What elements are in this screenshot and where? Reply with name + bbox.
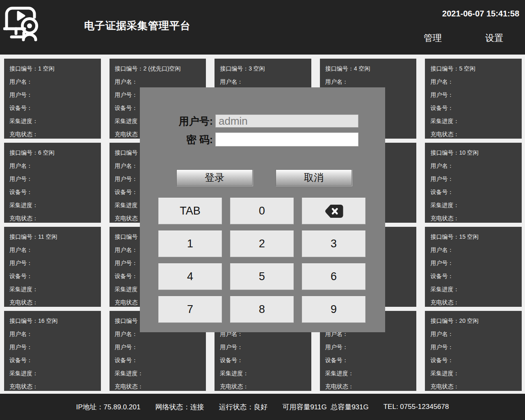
port-field-label: 用户号： bbox=[9, 340, 97, 354]
footer-tel: TEL: 0755-12345678 bbox=[383, 403, 449, 411]
key-7[interactable]: 7 bbox=[158, 296, 222, 323]
port-card: 接口编号：15 空闲 用户名：用户号：设备号：采集进度：充电状态： bbox=[425, 227, 522, 307]
key-label: TAB bbox=[180, 205, 201, 217]
key-label: 1 bbox=[187, 237, 193, 250]
key-backspace[interactable] bbox=[302, 198, 365, 224]
port-card: 接口编号：1 空闲 用户名：用户号：设备号：采集进度：充电状态： bbox=[4, 59, 101, 139]
port-field-label: 设备号： bbox=[9, 269, 97, 283]
port-field-label: 用户名： bbox=[115, 75, 202, 88]
port-title: 接口编号：5 空闲 bbox=[430, 62, 518, 75]
port-title: 接口编号：3 空闲 bbox=[220, 62, 307, 75]
port-field-label: 充电状态： bbox=[430, 212, 518, 223]
port-card: 接口编号：10 空闲 用户名：用户号：设备号：采集进度：充电状态： bbox=[425, 143, 522, 223]
footer-statusbar: IP地址：75.89.0.201 网络状态：连接 运行状态：良好 可用容量911… bbox=[0, 394, 525, 420]
port-field-label: 用户号： bbox=[9, 172, 97, 185]
port-card: 接口编号：20 空闲 用户名：用户号：设备号：采集进度：充电状态： bbox=[425, 311, 522, 391]
port-title: 接口编号：4 空闲 bbox=[325, 62, 413, 75]
port-field-label: 用户名： bbox=[325, 75, 413, 88]
footer-capacity: 可用容量911G 总容量931G bbox=[282, 402, 368, 412]
port-field-label: 设备号： bbox=[220, 354, 307, 367]
port-field-label: 设备号： bbox=[430, 354, 518, 367]
port-field-label: 充电状态： bbox=[220, 380, 307, 391]
key-2[interactable]: 2 bbox=[230, 231, 294, 257]
port-field-label: 充电状态： bbox=[9, 296, 97, 307]
port-card: 接口编号：5 空闲 用户名：用户号：设备号：采集进度：充电状态： bbox=[425, 59, 522, 139]
port-field-label: 设备号： bbox=[9, 101, 97, 114]
header: 电子证据采集管理平台 2021-06-07 15:41:58 管理 设置 bbox=[0, 0, 525, 55]
key-3[interactable]: 3 bbox=[302, 231, 365, 257]
port-card: 接口编号：16 空闲 用户名：用户号：设备号：采集进度：充电状态： bbox=[4, 311, 101, 391]
port-field-label: 充电状态： bbox=[430, 128, 518, 139]
port-title: 接口编号：1 空闲 bbox=[9, 62, 97, 75]
username-input[interactable] bbox=[215, 114, 358, 128]
backspace-icon bbox=[324, 204, 343, 219]
port-field-label: 用户号： bbox=[115, 340, 202, 354]
key-label: 0 bbox=[259, 205, 265, 217]
nav-settings[interactable]: 设置 bbox=[485, 32, 503, 44]
username-label: 用户号: bbox=[140, 114, 213, 128]
port-field-label: 采集进度： bbox=[430, 283, 518, 296]
port-title: 接口编号：11 空闲 bbox=[9, 230, 97, 243]
port-title: 接口编号：15 空闲 bbox=[430, 230, 518, 243]
port-field-label: 设备号： bbox=[9, 354, 97, 367]
port-field-label: 充电状态： bbox=[115, 380, 202, 391]
header-nav: 管理 设置 bbox=[424, 32, 503, 44]
port-field-label: 用户名： bbox=[430, 159, 518, 172]
port-field-label: 充电状态： bbox=[325, 380, 413, 391]
password-input[interactable] bbox=[215, 132, 358, 146]
port-field-label: 采集进度： bbox=[325, 367, 413, 380]
key-label: 7 bbox=[187, 303, 193, 316]
port-title: 接口编号：2 (优先口)空闲 bbox=[115, 62, 202, 75]
password-label: 密 码: bbox=[140, 132, 213, 146]
nav-manage[interactable]: 管理 bbox=[424, 32, 442, 44]
port-field-label: 设备号： bbox=[430, 101, 518, 114]
port-field-label: 充电状态： bbox=[9, 128, 97, 139]
port-field-label: 用户号： bbox=[430, 88, 518, 101]
port-title: 接口编号：6 空闲 bbox=[9, 146, 97, 159]
port-field-label: 用户名： bbox=[9, 159, 97, 172]
port-title: 接口编号：16 空闲 bbox=[9, 314, 97, 327]
port-field-label: 用户号： bbox=[430, 172, 518, 185]
key-1[interactable]: 1 bbox=[158, 231, 222, 257]
footer-running-status: 运行状态：良好 bbox=[219, 402, 267, 412]
port-title: 接口编号：20 空闲 bbox=[430, 314, 518, 327]
key-0[interactable]: 0 bbox=[230, 198, 294, 224]
footer-network-status: 网络状态：连接 bbox=[155, 402, 204, 412]
login-button[interactable]: 登录 bbox=[176, 169, 253, 186]
key-label: 3 bbox=[331, 237, 337, 250]
key-label: 5 bbox=[259, 270, 265, 283]
port-field-label: 采集进度： bbox=[220, 367, 307, 380]
key-label: 4 bbox=[187, 270, 193, 283]
port-field-label: 用户名： bbox=[430, 243, 518, 256]
port-field-label: 用户号： bbox=[325, 340, 413, 354]
key-tab[interactable]: TAB bbox=[158, 198, 222, 224]
key-label: 8 bbox=[259, 303, 265, 316]
footer-ip: IP地址：75.89.0.201 bbox=[76, 402, 141, 412]
port-field-label: 采集进度： bbox=[115, 367, 202, 380]
key-4[interactable]: 4 bbox=[158, 263, 222, 290]
port-field-label: 用户名： bbox=[220, 75, 307, 88]
port-field-label: 用户名： bbox=[9, 243, 97, 256]
key-9[interactable]: 9 bbox=[302, 296, 365, 323]
port-field-label: 充电状态： bbox=[9, 212, 97, 223]
port-field-label: 采集进度： bbox=[9, 199, 97, 212]
header-datetime: 2021-06-07 15:41:58 bbox=[442, 9, 519, 18]
port-field-label: 用户号： bbox=[9, 256, 97, 269]
port-field-label: 设备号： bbox=[430, 269, 518, 283]
port-field-label: 用户名： bbox=[430, 327, 518, 340]
key-label: 6 bbox=[331, 270, 337, 283]
cancel-button[interactable]: 取消 bbox=[276, 169, 352, 186]
port-field-label: 设备号： bbox=[325, 354, 413, 367]
port-field-label: 设备号： bbox=[9, 185, 97, 199]
port-field-label: 充电状态： bbox=[430, 380, 518, 391]
port-field-label: 充电状态： bbox=[430, 296, 518, 307]
key-6[interactable]: 6 bbox=[302, 263, 365, 290]
port-field-label: 用户名： bbox=[9, 75, 97, 88]
key-8[interactable]: 8 bbox=[230, 296, 294, 323]
port-title: 接口编号：10 空闲 bbox=[430, 146, 518, 159]
port-field-label: 采集进度： bbox=[9, 114, 97, 128]
key-label: 9 bbox=[331, 303, 337, 316]
port-field-label: 用户名： bbox=[9, 327, 97, 340]
port-field-label: 采集进度： bbox=[430, 114, 518, 128]
key-5[interactable]: 5 bbox=[230, 263, 294, 290]
